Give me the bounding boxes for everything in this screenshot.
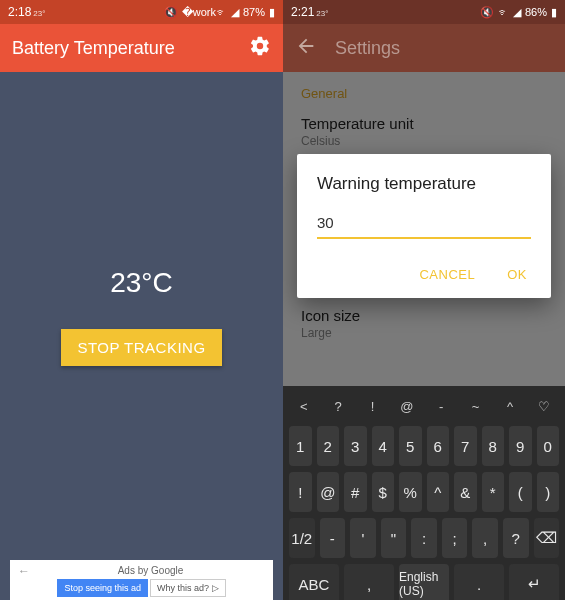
- status-temp: 23°: [33, 9, 45, 18]
- keyboard: <?!@-~^♡ 1234567890 !@#$%^&*() 1/2-'":;,…: [283, 386, 565, 600]
- wifi-icon: �workᯤ: [182, 6, 227, 19]
- dialog-title: Warning temperature: [317, 174, 531, 194]
- key-[interactable]: ': [350, 518, 376, 558]
- battery-icon: ▮: [269, 6, 275, 19]
- key-[interactable]: -: [427, 392, 456, 420]
- status-bar: 2:21 23° 🔇 ᯤ ◢ 86% ▮: [283, 0, 565, 24]
- app-bar: Settings: [283, 24, 565, 72]
- main-content: 23°C STOP TRACKING: [0, 72, 283, 560]
- temperature-value: 23°C: [110, 267, 173, 299]
- key-[interactable]: -: [320, 518, 346, 558]
- phone-left-screenshot: 2:18 23° 🔇 �workᯤ ◢ 87% ▮ Battery Temper…: [0, 0, 283, 600]
- gear-icon[interactable]: [249, 35, 271, 61]
- key-ABC[interactable]: ABC: [289, 564, 339, 600]
- key-[interactable]: &: [454, 472, 477, 512]
- cancel-button[interactable]: CANCEL: [415, 261, 479, 288]
- key-0[interactable]: 0: [537, 426, 560, 466]
- warning-temperature-dialog: Warning temperature CANCEL OK: [297, 154, 551, 298]
- key-7[interactable]: 7: [454, 426, 477, 466]
- key-[interactable]: ;: [442, 518, 468, 558]
- warning-temp-input[interactable]: [317, 210, 531, 239]
- ad-back-icon[interactable]: ←: [18, 564, 30, 578]
- key-[interactable]: ↵: [509, 564, 559, 600]
- key-[interactable]: %: [399, 472, 422, 512]
- mute-icon: 🔇: [164, 6, 178, 19]
- ok-button[interactable]: OK: [503, 261, 531, 288]
- ad-label: Ads by Google: [36, 565, 265, 576]
- app-title: Settings: [335, 38, 553, 59]
- battery-icon: ▮: [551, 6, 557, 19]
- status-time: 2:21: [291, 5, 314, 19]
- key-9[interactable]: 9: [509, 426, 532, 466]
- stop-tracking-button[interactable]: STOP TRACKING: [61, 329, 221, 366]
- key-6[interactable]: 6: [427, 426, 450, 466]
- key-EnglishUS[interactable]: English (US): [399, 564, 449, 600]
- signal-icon: ◢: [513, 6, 521, 19]
- back-icon[interactable]: [295, 35, 335, 61]
- key-12[interactable]: 1/2: [289, 518, 315, 558]
- key-8[interactable]: 8: [482, 426, 505, 466]
- status-bar: 2:18 23° 🔇 �workᯤ ◢ 87% ▮: [0, 0, 283, 24]
- settings-body: General Temperature unit Celsius Allow n…: [283, 72, 565, 600]
- key-[interactable]: .: [454, 564, 504, 600]
- battery-pct: 86%: [525, 6, 547, 18]
- key-[interactable]: <: [289, 392, 318, 420]
- status-temp: 23°: [316, 9, 328, 18]
- app-bar: Battery Temperature: [0, 24, 283, 72]
- key-[interactable]: ,: [344, 564, 394, 600]
- wifi-icon: ᯤ: [498, 6, 509, 18]
- key-[interactable]: ^: [495, 392, 524, 420]
- key-[interactable]: @: [392, 392, 421, 420]
- key-5[interactable]: 5: [399, 426, 422, 466]
- key-[interactable]: $: [372, 472, 395, 512]
- key-[interactable]: ?: [323, 392, 352, 420]
- key-[interactable]: ": [381, 518, 407, 558]
- key-[interactable]: !: [289, 472, 312, 512]
- key-[interactable]: ♡: [530, 392, 559, 420]
- key-[interactable]: ,: [472, 518, 498, 558]
- key-[interactable]: @: [317, 472, 340, 512]
- battery-pct: 87%: [243, 6, 265, 18]
- key-[interactable]: !: [358, 392, 387, 420]
- signal-icon: ◢: [231, 6, 239, 19]
- key-[interactable]: ?: [503, 518, 529, 558]
- key-2[interactable]: 2: [317, 426, 340, 466]
- ad-stop-button[interactable]: Stop seeing this ad: [57, 579, 148, 597]
- key-[interactable]: ⌫: [534, 518, 560, 558]
- key-[interactable]: :: [411, 518, 437, 558]
- status-time: 2:18: [8, 5, 31, 19]
- ad-banner: ← Ads by Google Stop seeing this ad Why …: [10, 560, 273, 600]
- key-[interactable]: ~: [461, 392, 490, 420]
- key-1[interactable]: 1: [289, 426, 312, 466]
- key-[interactable]: ^: [427, 472, 450, 512]
- key-4[interactable]: 4: [372, 426, 395, 466]
- phone-right-screenshot: 2:21 23° 🔇 ᯤ ◢ 86% ▮ Settings General Te…: [283, 0, 565, 600]
- key-[interactable]: ): [537, 472, 560, 512]
- key-[interactable]: #: [344, 472, 367, 512]
- ad-why-button[interactable]: Why this ad? ▷: [150, 579, 226, 597]
- key-3[interactable]: 3: [344, 426, 367, 466]
- app-title: Battery Temperature: [12, 38, 249, 59]
- mute-icon: 🔇: [480, 6, 494, 19]
- key-[interactable]: (: [509, 472, 532, 512]
- key-[interactable]: *: [482, 472, 505, 512]
